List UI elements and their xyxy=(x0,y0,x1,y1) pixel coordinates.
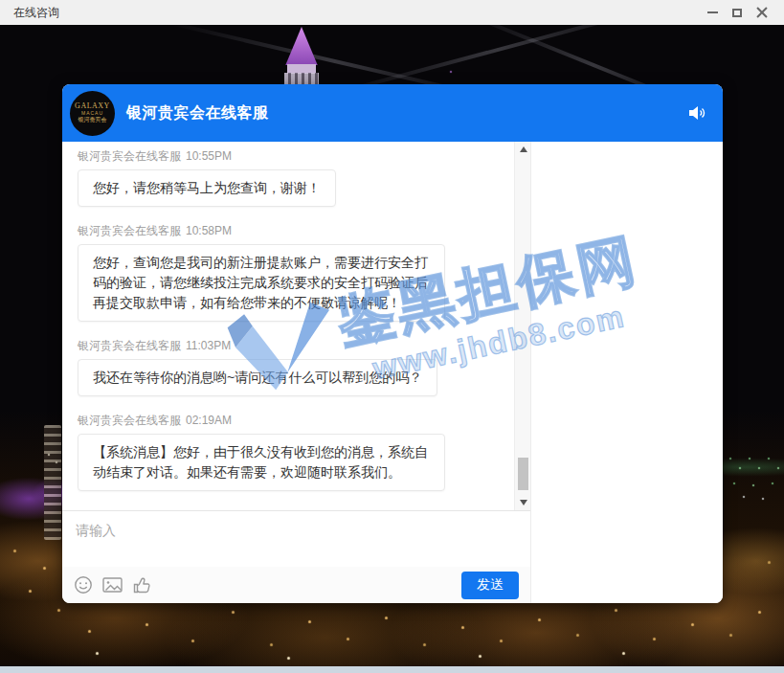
message-time: 11:03PM xyxy=(186,339,231,353)
close-button[interactable] xyxy=(750,3,774,22)
message-meta: 银河贵宾会在线客服 11:03PM xyxy=(78,339,498,353)
maximize-icon xyxy=(732,9,742,17)
message-group: 银河贵宾会在线客服 02:19AM 【系统消息】您好，由于很久没有收到您的消息，… xyxy=(78,414,498,491)
thumbs-up-icon xyxy=(132,575,152,594)
minimize-icon xyxy=(707,11,718,13)
brand-logo: GALAXY MACAU 银河贵宾会 xyxy=(70,91,115,136)
chat-scrollbar[interactable] xyxy=(514,142,530,510)
chat-panel: GALAXY MACAU 银河贵宾会 银河贵宾会在线客服 银河贵宾会在线客服 xyxy=(62,84,723,603)
close-icon xyxy=(756,7,768,18)
sender-name: 银河贵宾会在线客服 xyxy=(78,224,181,238)
panel-empty-area xyxy=(531,142,723,603)
scroll-down-icon xyxy=(520,500,527,505)
message-meta: 银河贵宾会在线客服 02:19AM xyxy=(78,414,498,428)
emoji-button[interactable] xyxy=(74,575,93,594)
message-group: 银河贵宾会在线客服 11:03PM 我还在等待你的消息哟~请问还有什么可以帮到您… xyxy=(78,339,498,396)
scroll-down-button[interactable] xyxy=(515,495,530,510)
image-upload-button[interactable] xyxy=(101,575,123,594)
sound-toggle-button[interactable] xyxy=(688,105,707,121)
composer-toolbar: 发送 xyxy=(62,567,530,603)
message-meta: 银河贵宾会在线客服 10:58PM xyxy=(78,224,498,238)
chat-title: 银河贵宾会在线客服 xyxy=(126,103,269,123)
sender-name: 银河贵宾会在线客服 xyxy=(78,149,181,164)
message-input[interactable] xyxy=(62,511,530,567)
bridge-lights xyxy=(0,25,2,27)
message-time: 10:58PM xyxy=(186,224,232,238)
window-titlebar[interactable]: 在线咨询 xyxy=(0,0,784,25)
like-button[interactable] xyxy=(132,575,152,594)
message-time: 10:55PM xyxy=(186,149,232,164)
message-bubble: 【系统消息】您好，由于很久没有收到您的消息，系统自动结束了对话。如果还有需要，欢… xyxy=(78,434,445,491)
scroll-up-button[interactable] xyxy=(515,142,530,157)
message-group: 银河贵宾会在线客服 10:55PM 您好，请您稍等马上为您查询，谢谢！ xyxy=(78,149,498,207)
lit-building xyxy=(44,425,61,540)
sender-name: 银河贵宾会在线客服 xyxy=(78,414,181,428)
message-group: 银河贵宾会在线客服 10:58PM 您好，查询您是我司的新注册提款账户，需要进行… xyxy=(78,224,498,322)
brand-logo-subtext: MACAU xyxy=(81,111,103,117)
brand-logo-cn: 银河贵宾会 xyxy=(78,117,107,123)
image-icon xyxy=(101,575,123,594)
chat-column: 银河贵宾会在线客服 10:55PM 您好，请您稍等马上为您查询，谢谢！ 银河贵宾… xyxy=(62,142,531,603)
window-title: 在线咨询 xyxy=(13,5,59,21)
send-button[interactable]: 发送 xyxy=(461,572,519,599)
online-consult-window: 在线咨询 GALAXY MACAU 银河贵宾会 银河贵宾会在线客服 xyxy=(0,0,784,673)
minimize-button[interactable] xyxy=(700,3,725,22)
chat-header: GALAXY MACAU 银河贵宾会 银河贵宾会在线客服 xyxy=(62,84,723,142)
sender-name: 银河贵宾会在线客服 xyxy=(78,339,181,353)
emoji-icon xyxy=(74,575,93,594)
bottom-strip xyxy=(0,666,784,673)
message-meta: 银河贵宾会在线客服 10:55PM xyxy=(78,149,498,164)
scrollbar-thumb[interactable] xyxy=(518,458,528,490)
maximize-button[interactable] xyxy=(725,3,750,22)
message-bubble: 您好，查询您是我司的新注册提款账户，需要进行安全打码的验证，请您继续投注完成系统… xyxy=(78,244,445,322)
message-bubble: 您好，请您稍等马上为您查询，谢谢！ xyxy=(78,169,336,207)
message-time: 02:19AM xyxy=(186,414,232,428)
message-composer: 发送 xyxy=(62,510,530,603)
window-controls xyxy=(700,3,784,22)
message-list: 银河贵宾会在线客服 10:55PM 您好，请您稍等马上为您查询，谢谢！ 银河贵宾… xyxy=(62,142,530,510)
scroll-up-icon xyxy=(520,146,527,152)
speaker-icon xyxy=(688,105,707,121)
tower-spire xyxy=(280,27,323,65)
message-bubble: 我还在等待你的消息哟~请问还有什么可以帮到您的吗？ xyxy=(78,359,437,396)
chat-body: 银河贵宾会在线客服 10:55PM 您好，请您稍等马上为您查询，谢谢！ 银河贵宾… xyxy=(62,142,723,603)
